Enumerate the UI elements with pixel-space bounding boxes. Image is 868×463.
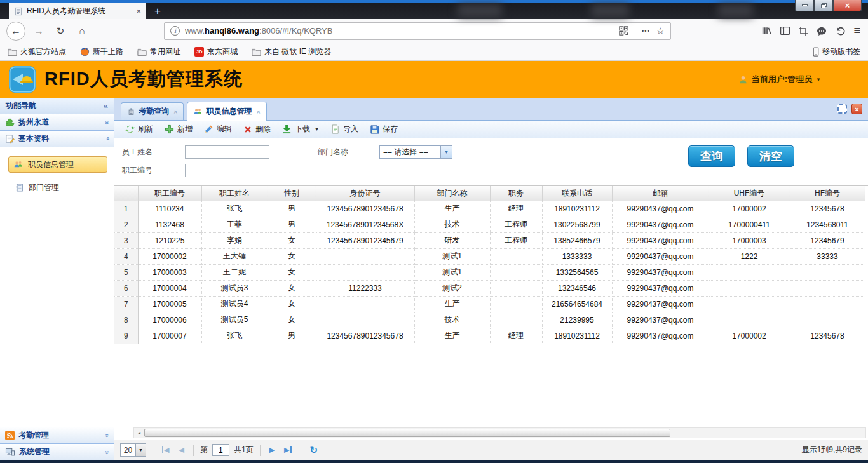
- new-tab-button[interactable]: +: [148, 3, 167, 19]
- urlbar-actions: ••• ☆: [619, 25, 665, 37]
- save-button[interactable]: 保存: [364, 122, 403, 137]
- clear-button[interactable]: 清空: [747, 145, 794, 167]
- page-number-input[interactable]: [212, 444, 229, 456]
- table-row[interactable]: 8 17000006 测试员5 女 技术 21239995 99290437@q…: [114, 312, 865, 328]
- table-row[interactable]: 6 17000004 测试员3 女 11222333 测试2 132346546…: [114, 280, 865, 296]
- site-info-icon[interactable]: i: [170, 26, 180, 36]
- column-header-gender[interactable]: 性别: [268, 186, 316, 201]
- bookmark-item[interactable]: 新手上路: [80, 46, 123, 57]
- chevron-down-icon[interactable]: ▼: [135, 444, 146, 456]
- bookmark-item[interactable]: 常用网址: [137, 46, 180, 57]
- employee-name-cell: 测试员3: [201, 280, 268, 296]
- current-user-menu[interactable]: 当前用户:管理员 ▼: [738, 74, 821, 85]
- id-number-cell: 123456789012345679: [316, 232, 414, 248]
- chevron-down-icon[interactable]: ▼: [440, 146, 452, 158]
- horizontal-scrollbar[interactable]: ◂: [133, 427, 866, 438]
- download-button[interactable]: 下载 ▼: [276, 122, 325, 137]
- table-row[interactable]: 5 17000003 王二妮 女 测试1 1332564565 99290437…: [114, 264, 865, 280]
- tab-close-icon[interactable]: ×: [136, 6, 141, 16]
- delete-button[interactable]: 删除: [238, 122, 276, 137]
- scroll-left-arrow[interactable]: ◂: [134, 428, 144, 438]
- tab-close-icon[interactable]: ×: [256, 108, 260, 116]
- close-button[interactable]: ×: [833, 0, 862, 11]
- column-header-hf[interactable]: HF编号: [790, 186, 865, 201]
- uhf-cell: [709, 312, 790, 328]
- app-title: RFID人员考勤管理系统: [44, 67, 243, 92]
- sidebar-group-attendance[interactable]: 考勤管理 »: [0, 427, 114, 443]
- last-page-button[interactable]: ▶: [281, 446, 294, 454]
- menu-hamburger-icon[interactable]: ≡: [853, 24, 860, 37]
- maximize-panel-icon[interactable]: [837, 104, 847, 114]
- undo-arrow-icon[interactable]: [835, 26, 846, 36]
- table-row[interactable]: 2 1132468 王菲 男 12345678901234568X 技术 工程师…: [114, 217, 865, 232]
- column-header-id-number[interactable]: 身份证号: [316, 186, 414, 201]
- table-row[interactable]: 1 1110234 张飞 男 123456789012345678 生产 经理 …: [114, 201, 865, 217]
- next-page-button[interactable]: ▶: [267, 446, 277, 454]
- edit-button[interactable]: 编辑: [198, 122, 238, 137]
- row-number-cell: 4: [114, 248, 138, 264]
- employee-name-input[interactable]: [185, 145, 269, 159]
- import-button[interactable]: 导入: [325, 122, 364, 137]
- add-button[interactable]: 新增: [159, 122, 198, 137]
- restore-button[interactable]: [814, 0, 833, 11]
- employee-code-input[interactable]: [185, 164, 269, 177]
- email-cell: 99290437@qq.com: [612, 232, 709, 248]
- page-actions-icon[interactable]: •••: [642, 28, 649, 34]
- sidebar-item-department[interactable]: 部门管理: [11, 179, 107, 196]
- chat-bubble-icon[interactable]: [816, 26, 827, 36]
- sidebar-collapse-icon[interactable]: «: [104, 101, 108, 111]
- column-header-department[interactable]: 部门名称: [414, 186, 490, 201]
- row-number-cell: 2: [114, 217, 138, 232]
- page-size-select[interactable]: 20 ▼: [120, 443, 146, 457]
- mobile-bookmarks[interactable]: 移动版书签: [813, 46, 860, 57]
- column-header-position[interactable]: 职务: [490, 186, 542, 201]
- sidebar-group-yangzhou[interactable]: 扬州永道 »: [0, 114, 114, 131]
- scrollbar-thumb[interactable]: [144, 429, 670, 437]
- close-panel-icon[interactable]: ×: [851, 104, 862, 114]
- app-header: RFID人员考勤管理系统 当前用户:管理员 ▼: [0, 61, 868, 98]
- employee-code-cell: 17000003: [138, 264, 201, 280]
- sidebar-group-system[interactable]: 系统管理 »: [0, 443, 114, 460]
- tab-attendance-query[interactable]: 考勤查询 ×: [121, 102, 184, 120]
- screenshot-crop-icon[interactable]: [798, 26, 808, 36]
- bookmark-star-icon[interactable]: ☆: [656, 25, 665, 37]
- back-button[interactable]: ←: [6, 22, 25, 41]
- table-row[interactable]: 9 17000007 张飞 男 123456789012345678 生产 经理…: [114, 328, 865, 344]
- department-name-label: 部门名称: [318, 147, 379, 158]
- query-button[interactable]: 查询: [688, 145, 735, 167]
- sidebar-toggle-icon[interactable]: [780, 25, 790, 36]
- uhf-cell: 17000002: [709, 201, 790, 217]
- tab-close-icon[interactable]: ×: [173, 108, 177, 116]
- bookmark-item[interactable]: 来自 微软 IE 浏览器: [252, 46, 331, 57]
- staff-table: 职工编号 职工姓名 性别 身份证号 部门名称 职务 联系电话 邮箱 UHF编号 …: [114, 186, 865, 344]
- tab-staff-info[interactable]: 职员信息管理 ×: [187, 102, 266, 121]
- refresh-button[interactable]: 刷新: [119, 122, 159, 137]
- column-header-email[interactable]: 邮箱: [612, 186, 709, 201]
- table-row[interactable]: 3 1210225 李娟 女 123456789012345679 研发 工程师…: [114, 232, 865, 248]
- column-header-uhf[interactable]: UHF编号: [709, 186, 790, 201]
- library-icon[interactable]: [761, 25, 772, 36]
- sidebar-item-staff-info[interactable]: 职员信息管理: [8, 156, 107, 173]
- sidebar-group-basic-data[interactable]: 基本资料 »: [0, 131, 114, 147]
- table-row[interactable]: 7 17000005 测试员4 女 生产 216564654684 992904…: [114, 296, 865, 312]
- forward-button[interactable]: →: [31, 23, 47, 39]
- reload-grid-icon[interactable]: ↻: [308, 445, 321, 456]
- minimize-button[interactable]: [795, 0, 814, 11]
- column-header-employee-name[interactable]: 职工姓名: [201, 186, 268, 201]
- qr-code-icon[interactable]: [619, 26, 628, 36]
- column-header-phone[interactable]: 联系电话: [542, 186, 612, 201]
- browser-tab[interactable]: RFID人员考勤管理系统 ×: [9, 3, 146, 19]
- first-page-button[interactable]: ◀: [159, 446, 172, 454]
- bookmark-item[interactable]: 火狐官方站点: [8, 46, 66, 57]
- department-select[interactable]: == 请选择 == ▼: [379, 145, 452, 159]
- column-header-employee-code[interactable]: 职工编号: [138, 186, 201, 201]
- id-number-cell: [316, 296, 414, 312]
- bookmark-item[interactable]: JD 京东商城: [194, 46, 238, 57]
- table-row[interactable]: 4 17000002 王大锤 女 测试1 1333333 99290437@qq…: [114, 248, 865, 264]
- reload-button[interactable]: ↻: [52, 23, 69, 39]
- prev-page-button[interactable]: ◀: [176, 446, 186, 454]
- window-controls: ×: [795, 0, 862, 11]
- last-page-icon: ▶: [284, 446, 289, 454]
- home-button[interactable]: ⌂: [74, 23, 90, 39]
- url-bar[interactable]: i www.hanqi86.wang:8006/#!/Kq/KQRYB ••• …: [164, 22, 671, 40]
